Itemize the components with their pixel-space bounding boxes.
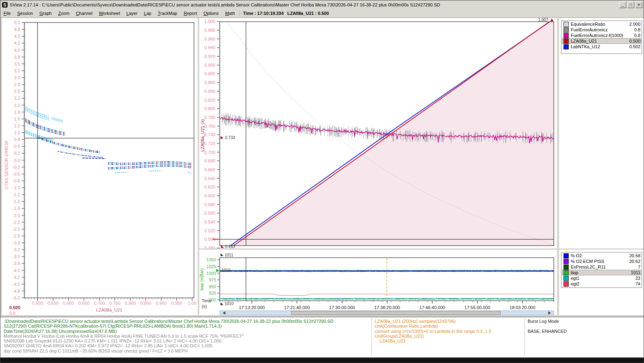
strip-legend-list: % O220.58% O2 ECM PISS20.62ExPressL2C_R1…: [561, 252, 642, 288]
svg-text:3.0: 3.0: [14, 75, 20, 80]
svg-text:-0.2: -0.2: [12, 165, 20, 170]
menu-lap[interactable]: Lap: [141, 10, 155, 16]
menu-graph[interactable]: Graph: [36, 10, 55, 16]
svg-text:0.500: 0.500: [32, 301, 43, 306]
channel-value: 0.500: [629, 39, 640, 43]
main-legend-row-fuelerrorautronicz[interactable]: FuelErrorAutronicz0.8: [562, 27, 641, 33]
menu-worksheet[interactable]: Worksheet: [96, 10, 123, 16]
svg-text:-0.8: -0.8: [12, 178, 20, 183]
svg-text:1.2: 1.2: [14, 123, 20, 128]
close-button[interactable]: ✕: [635, 2, 642, 8]
svg-text:18:03:20.000: 18:03:20.000: [510, 305, 535, 310]
svg-text:0.660: 0.660: [204, 167, 215, 172]
svg-text:1010: 1010: [221, 268, 231, 273]
channel-label: EquivalenceRatio: [571, 22, 605, 27]
svg-text:2.0: 2.0: [14, 103, 20, 108]
minimize-button[interactable]: _: [619, 2, 626, 8]
footer-divider-2: [524, 318, 525, 355]
svg-text:-3.2: -3.2: [12, 247, 20, 252]
svg-text:0.640: 0.640: [204, 176, 215, 181]
menu-file[interactable]: File: [0, 10, 14, 16]
menu-bar: FileSessionGraphZoomChannelWorksheetLaye…: [0, 9, 644, 18]
svg-text:5.0: 5.0: [14, 20, 20, 25]
svg-text:0.600: 0.600: [204, 193, 215, 198]
channel-value: 74: [636, 281, 640, 286]
footer-file-info: .\DownloadedData\RICESP\ECU sensor actua…: [4, 319, 368, 353]
footer-channel-info: LZA08a_U21 (200Hz) samples(1243796)Unit(…: [375, 319, 520, 343]
strip-legend-row-bap[interactable]: bap1011: [562, 270, 641, 275]
main-legend-row-equivalenceratio[interactable]: EquivalenceRatio2.000: [562, 21, 641, 27]
menu-trackmap[interactable]: TrackMap: [155, 10, 181, 16]
svg-text:0.720: 0.720: [204, 141, 215, 146]
svg-text:0.960: 0.960: [204, 37, 215, 41]
svg-text:0.650: 0.650: [78, 301, 90, 306]
footer-line: BASE, ENHANCED: [528, 329, 640, 334]
menu-channel[interactable]: Channel: [73, 10, 96, 16]
svg-text:-4.5: -4.5: [12, 282, 20, 287]
channel-label: FuelErrorAutronicz-f(1000): [571, 33, 623, 38]
svg-text:2.2: 2.2: [14, 96, 20, 100]
svg-text:0.940: 0.940: [204, 45, 215, 50]
channel-value: 0.8: [634, 27, 640, 32]
scrollbar-thumb[interactable]: [291, 311, 500, 315]
channel-value: 7: [638, 265, 640, 269]
svg-text:3.8: 3.8: [14, 55, 20, 59]
svg-text:1.8: 1.8: [14, 110, 20, 115]
strip-legend-row-egt2[interactable]: egt274: [562, 281, 641, 287]
menu-zoom[interactable]: Zoom: [55, 10, 72, 16]
svg-text:17:55:00.000: 17:55:00.000: [464, 305, 490, 310]
channel-label: % O2: [571, 253, 582, 258]
svg-text:0.5: 0.5: [14, 144, 20, 149]
strip-legend-row-expressl2c-r11[interactable]: ExPressL2C_R117: [562, 264, 641, 270]
time-axis-label: Time: [202, 298, 211, 303]
svg-text:0.850: 0.850: [140, 301, 151, 306]
lambda-plot-ylabel: LZA08a_U21 (λ): [200, 119, 205, 152]
channel-value: 0.502: [629, 44, 640, 49]
svg-text:1025: 1025: [206, 264, 216, 269]
svg-text:17:38:20.000: 17:38:20.000: [374, 305, 400, 310]
svg-text:975: 975: [209, 277, 216, 282]
svg-text:1011: 1011: [225, 253, 233, 257]
svg-text:0.700: 0.700: [94, 301, 105, 306]
main-legend-row-fuelerrorautronicz-f-1000-[interactable]: FuelErrorAutronicz-f(1000)0.8: [562, 33, 641, 38]
menu-report[interactable]: Report: [180, 10, 200, 16]
main-legend-row-lza08a-u21[interactable]: LZA08a_U210.500: [562, 38, 641, 44]
title-bar: S SView 2.17.14 : C:\Users\Public\Docume…: [0, 0, 644, 10]
channel-label: ExPressL2C_R11: [571, 265, 606, 269]
svg-text:0.980: 0.980: [204, 28, 215, 33]
svg-text:-2.2: -2.2: [12, 220, 20, 225]
strip-legend-row-egt1[interactable]: egt123: [562, 275, 641, 281]
lambda-plot-panel[interactable]: 0.4800.5000.5200.5400.5600.5800.6000.620…: [199, 18, 557, 248]
menu-layer[interactable]: Layer: [123, 10, 141, 16]
time-scrollbar[interactable]: [220, 311, 554, 315]
svg-text:0.480: 0.480: [204, 246, 215, 248]
etas-error-plot-svg[interactable]: -5.0-4.8-4.5-4.2-4.0-3.8-3.5-3.2-3.0-2.8…: [2, 18, 198, 315]
svg-text:0.760: 0.760: [204, 124, 215, 129]
footer-line: LZA08a_U21: [375, 338, 520, 343]
lambda-plot-svg[interactable]: 0.4800.5000.5200.5400.5600.5800.6000.620…: [199, 18, 557, 248]
menu-options[interactable]: Options: [200, 10, 222, 16]
footer-line: convert using y=(x/1000)+0 to Lambda in …: [375, 329, 520, 334]
svg-text:0.620: 0.620: [204, 185, 215, 189]
footer-line: S12(27290) Cal(RICESP-RR286-NTKcalibrati…: [4, 324, 368, 328]
channel-value: 20.58: [629, 253, 640, 258]
svg-text:17:13:20.000: 17:13:20.000: [239, 305, 265, 310]
menu-math[interactable]: Math: [222, 10, 238, 16]
footer-line: Burst Log Mode: [528, 319, 640, 324]
menu-session[interactable]: Session: [14, 10, 36, 16]
strip-legend-row--o2-ecm-piss[interactable]: % O2 ECM PISS20.62: [562, 258, 641, 264]
svg-text:0.8: 0.8: [14, 137, 20, 142]
svg-text:0.2: 0.2: [14, 151, 20, 156]
bap-strip-svg[interactable]: 105010251000975950925900bap (mBar)101110…: [199, 250, 557, 315]
footer-line: SN092098 Leb Grayedd 01J1-1290 KA= 0.275…: [4, 338, 368, 343]
maximize-button[interactable]: □: [627, 2, 634, 8]
channel-color-swatch: [564, 259, 569, 264]
strip-legend-row--o2[interactable]: % O220.58: [562, 253, 641, 258]
etas-error-plot-panel[interactable]: -5.0-4.8-4.5-4.2-4.0-3.8-3.5-3.2-3.0-2.8…: [2, 18, 198, 315]
main-legend-row-labntka-u12[interactable]: LabNTKa_U120.502: [562, 44, 641, 49]
bap-strip-panel[interactable]: 105010251000975950925900bap (mBar)101110…: [199, 250, 557, 315]
svg-text:-3.5: -3.5: [12, 254, 20, 259]
channel-value: 23: [636, 276, 640, 281]
footer-line: Methanol Horiba V Horiba (Leb Horiba 6mA…: [4, 334, 368, 338]
footer-log-mode: Burst Log Mode BASE, ENHANCED: [528, 319, 640, 334]
